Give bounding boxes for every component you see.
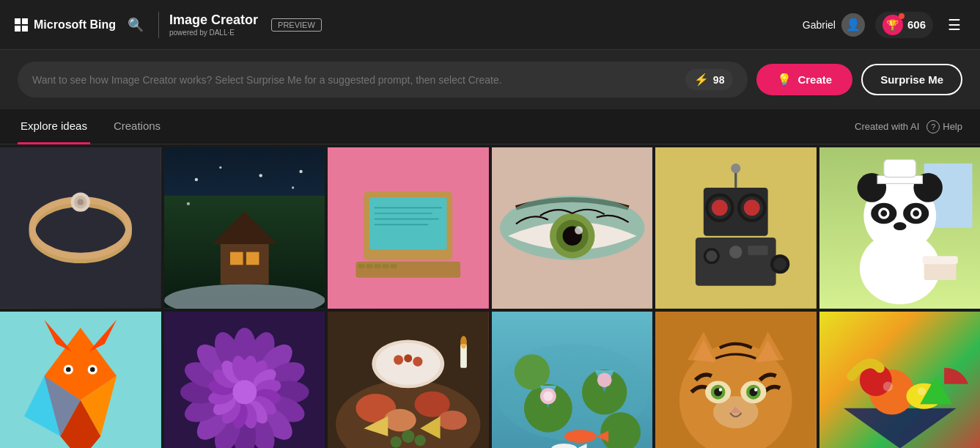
image-cell-tiger[interactable] — [655, 312, 817, 449]
create-button-icon: 💡 — [777, 73, 792, 87]
svg-rect-12 — [246, 252, 259, 265]
preview-badge: PREVIEW — [271, 18, 322, 32]
svg-rect-11 — [229, 252, 243, 265]
svg-rect-21 — [369, 197, 446, 249]
image-fruit-svg — [819, 312, 981, 449]
svg-point-65 — [880, 210, 887, 217]
hamburger-menu-icon[interactable]: ☰ — [943, 12, 965, 38]
svg-point-42 — [712, 199, 728, 216]
boost-badge[interactable]: ⚡ 98 — [685, 69, 734, 90]
coins-badge[interactable]: 🏆 606 — [875, 12, 933, 38]
created-with-ai-label: Created with AI — [855, 121, 919, 132]
svg-point-145 — [543, 391, 553, 400]
bing-logo[interactable]: Microsoft Bing — [15, 18, 116, 32]
svg-point-5 — [77, 199, 84, 205]
svg-point-163 — [719, 388, 722, 391]
image-tiger-svg — [655, 312, 817, 449]
svg-point-121 — [384, 408, 416, 431]
image-grid — [0, 144, 980, 448]
svg-rect-9 — [220, 244, 268, 284]
image-cell-fox[interactable] — [0, 312, 161, 449]
header-divider — [158, 12, 159, 38]
image-cabin-svg — [164, 147, 325, 309]
svg-point-174 — [917, 387, 925, 395]
svg-point-82 — [90, 367, 95, 372]
search-section: ⚡ 98 💡 Create Surprise Me — [0, 50, 980, 109]
svg-point-147 — [564, 430, 596, 443]
search-input-wrap[interactable]: ⚡ 98 — [18, 62, 748, 98]
surprise-button[interactable]: Surprise Me — [861, 64, 962, 95]
image-cell-ring[interactable] — [0, 147, 161, 309]
image-cell-food[interactable] — [328, 312, 489, 449]
tab-creations[interactable]: Creations — [111, 109, 163, 144]
svg-rect-27 — [358, 264, 365, 268]
svg-point-66 — [913, 210, 919, 217]
svg-point-37 — [575, 227, 583, 235]
user-info[interactable]: Gabriel 👤 — [803, 13, 865, 37]
svg-point-16 — [291, 186, 293, 188]
svg-point-54 — [773, 257, 786, 271]
bing-logo-grid-icon — [15, 18, 28, 32]
header-right: Gabriel 👤 🏆 606 ☰ — [803, 12, 965, 38]
image-eye-svg — [492, 147, 653, 309]
image-lily-svg — [492, 312, 653, 449]
svg-point-133 — [413, 356, 422, 366]
boost-count: 98 — [713, 74, 725, 86]
image-cell-flower[interactable] — [164, 312, 325, 449]
svg-rect-30 — [383, 264, 389, 268]
image-cell-panda[interactable] — [819, 147, 981, 309]
help-link[interactable]: ? Help — [926, 120, 962, 133]
image-fox-svg — [0, 312, 161, 449]
svg-point-131 — [394, 355, 403, 364]
svg-rect-31 — [391, 264, 397, 268]
image-robot-svg — [655, 147, 817, 309]
svg-point-50 — [706, 250, 717, 261]
svg-point-18 — [299, 170, 302, 173]
image-cell-cabin[interactable] — [164, 147, 325, 309]
svg-point-132 — [404, 354, 412, 362]
coins-count: 606 — [907, 18, 926, 31]
image-cell-fruit[interactable] — [819, 312, 981, 449]
svg-point-69 — [893, 222, 906, 230]
svg-point-51 — [729, 246, 743, 259]
svg-point-164 — [754, 388, 757, 391]
image-cell-computer[interactable] — [328, 147, 489, 309]
search-input[interactable] — [32, 74, 678, 86]
image-computer-svg — [328, 147, 489, 309]
image-panda-svg — [819, 147, 981, 309]
create-button[interactable]: 💡 Create — [756, 64, 852, 95]
bing-logo-text: Microsoft Bing — [34, 18, 116, 32]
svg-point-17 — [186, 202, 189, 205]
created-with-ai: Created with AI — [855, 121, 919, 132]
user-avatar: 👤 — [841, 13, 865, 37]
image-food-svg — [328, 312, 489, 449]
svg-point-126 — [402, 430, 415, 443]
surprise-button-label: Surprise Me — [880, 73, 943, 86]
svg-point-173 — [883, 381, 892, 391]
svg-rect-0 — [0, 147, 161, 309]
image-cell-lily[interactable] — [492, 312, 653, 449]
image-ring-svg — [0, 147, 161, 309]
svg-point-166 — [713, 396, 758, 428]
search-icon[interactable]: 🔍 — [123, 12, 148, 37]
svg-point-15 — [259, 174, 262, 177]
svg-point-13 — [194, 178, 197, 181]
app-subtitle: powered by DALL·E — [169, 29, 258, 37]
svg-rect-71 — [922, 256, 957, 264]
svg-point-45 — [744, 199, 760, 216]
create-button-label: Create — [797, 73, 832, 86]
tabs-section: Explore ideas Creations Created with AI … — [0, 109, 980, 144]
svg-point-146 — [597, 372, 611, 387]
coins-icon: 🏆 — [883, 15, 903, 35]
help-circle-icon: ? — [926, 120, 940, 133]
svg-point-127 — [391, 436, 402, 447]
tab-explore[interactable]: Explore ideas — [18, 109, 90, 144]
header: Microsoft Bing 🔍 Image Creator powered b… — [0, 0, 980, 50]
image-cell-eye[interactable] — [492, 147, 653, 309]
svg-point-128 — [415, 434, 426, 445]
tab-creations-label: Creations — [114, 120, 161, 132]
app-title: Image Creator — [169, 12, 258, 29]
image-cell-robot[interactable] — [655, 147, 817, 309]
svg-point-117 — [232, 380, 257, 404]
svg-rect-52 — [748, 246, 767, 255]
